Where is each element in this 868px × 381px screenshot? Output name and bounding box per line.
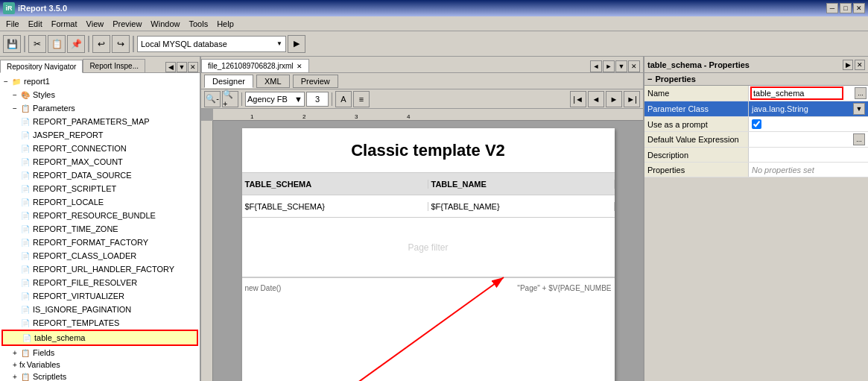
tree-item-report-max-count[interactable]: 📄REPORT_MAX_COUNT — [1, 155, 198, 169]
toolbar-copy-btn[interactable]: 📋 — [48, 35, 66, 53]
tree-item-jasper-report[interactable]: 📄JASPER_REPORT — [1, 128, 198, 142]
tree-item-report-templates[interactable]: 📄REPORT_TEMPLATES — [1, 316, 198, 330]
tree-item-icon: 📄 — [19, 142, 31, 154]
page-nav-last-btn[interactable]: ►| — [624, 91, 640, 107]
menu-format[interactable]: Format — [47, 18, 82, 30]
tab-repository-navigator[interactable]: Repository Navigator — [0, 60, 83, 73]
file-tab-main[interactable]: file_1261089706828.jrxml ✕ — [201, 59, 309, 72]
tree-item-report-format-factory[interactable]: 📄REPORT_FORMAT_FACTORY — [1, 236, 198, 249]
panel-close-btn[interactable]: ✕ — [188, 62, 198, 72]
file-nav-scroll-btn[interactable]: ▼ — [615, 60, 627, 72]
editor-tab-preview[interactable]: Preview — [293, 75, 338, 88]
toolbar-undo-btn[interactable]: ↩ — [92, 35, 110, 53]
tree-item-report-file-resolver[interactable]: 📄REPORT_FILE_RESOLVER — [1, 276, 198, 289]
tree-parameters[interactable]: − 📋 Parameters — [1, 101, 198, 115]
tree-item-is-ignore-pagination[interactable]: 📄IS_IGNORE_PAGINATION — [1, 303, 198, 316]
editor-tab-xml[interactable]: XML — [256, 75, 290, 88]
tree-scriptlets-toggle[interactable]: + — [10, 372, 19, 381]
zoom-out-btn[interactable]: 🔍- — [204, 91, 221, 107]
panel-collapse-btn[interactable]: ◀ — [165, 62, 176, 72]
canvas-content[interactable]: Classic template V2 TABLE_SCHEMA TABLE_N… — [213, 121, 643, 381]
toolbar-paste-btn[interactable]: 📌 — [67, 35, 85, 53]
toolbar-cut-btn[interactable]: ✂ — [28, 35, 46, 53]
props-section-header: − Properties — [644, 73, 868, 86]
props-row-param-class: Parameter Class java.lang.String ▼ — [644, 101, 868, 117]
props-value-name[interactable]: ... — [749, 86, 868, 101]
toolbar-go-btn[interactable]: ▶ — [288, 35, 305, 53]
minimize-button[interactable]: ─ — [826, 3, 838, 13]
editor-tab-designer[interactable]: Designer — [204, 75, 253, 88]
props-value-prompt[interactable] — [749, 117, 868, 131]
report-detail-table-name: $F{TABLE_NAME} — [428, 202, 615, 211]
menu-window[interactable]: Window — [146, 18, 184, 30]
file-nav-close-btn[interactable]: ✕ — [628, 60, 640, 72]
database-combo[interactable]: Local MYSQL database ▼ — [137, 36, 286, 52]
tree-variables-toggle[interactable]: + — [10, 360, 19, 369]
tree-item-report-url-handler[interactable]: 📄REPORT_URL_HANDLER_FACTORY — [1, 262, 198, 276]
tree-item-report-time-zone[interactable]: 📄REPORT_TIME_ZONE — [1, 222, 198, 236]
file-tab-nav: ◄ ► ▼ ✕ — [590, 60, 643, 72]
file-tab-close[interactable]: ✕ — [297, 63, 302, 70]
props-name-input[interactable] — [750, 86, 843, 100]
tree-item-report-connection[interactable]: 📄REPORT_CONNECTION — [1, 142, 198, 155]
props-prompt-checkbox[interactable] — [752, 119, 761, 129]
tree-item-icon: 📄 — [19, 129, 31, 141]
props-value-description[interactable] — [749, 148, 868, 162]
props-default-value-btn[interactable]: ... — [853, 133, 865, 145]
title-bar-buttons[interactable]: ─ □ ✕ — [826, 3, 865, 13]
tree-item-report-params-map[interactable]: 📄REPORT_PARAMETERS_MAP — [1, 115, 198, 128]
close-button[interactable]: ✕ — [853, 3, 865, 13]
report-canvas: Classic template V2 TABLE_SCHEMA TABLE_N… — [242, 128, 615, 381]
menu-tools[interactable]: Tools — [184, 18, 212, 30]
tree-item-icon: 📄 — [19, 250, 31, 262]
tree-fields[interactable]: + 📋 Fields — [1, 346, 198, 359]
right-panel-close-btn[interactable]: ✕ — [855, 60, 865, 70]
tree-root[interactable]: − 📁 report1 — [1, 75, 198, 88]
file-nav-next-btn[interactable]: ► — [603, 60, 615, 72]
panel-menu-btn[interactable]: ▼ — [177, 62, 187, 72]
tree-item-table-schema-label: table_schema — [34, 333, 86, 342]
tree-item-report-scriptlet[interactable]: 📄REPORT_SCRIPTLET — [1, 182, 198, 195]
menu-file[interactable]: File — [1, 18, 24, 30]
align-left-btn[interactable]: A — [335, 91, 352, 107]
size-combo[interactable]: 3 — [306, 92, 329, 107]
menu-edit[interactable]: Edit — [24, 18, 47, 30]
tree-params-toggle[interactable]: − — [10, 104, 19, 113]
align-center-btn[interactable]: ≡ — [353, 91, 370, 107]
props-section-expand[interactable]: − — [647, 75, 652, 84]
tree-root-toggle[interactable]: − — [1, 77, 10, 86]
tree-styles-toggle[interactable]: − — [10, 90, 19, 99]
menu-preview[interactable]: Preview — [108, 18, 146, 30]
page-nav-next-btn[interactable]: ► — [606, 91, 622, 107]
menu-view[interactable]: View — [82, 18, 109, 30]
props-value-default-value[interactable]: ... — [749, 132, 868, 147]
font-combo[interactable]: Agency FB ▼ — [245, 92, 305, 107]
maximize-button[interactable]: □ — [840, 3, 852, 13]
tab-report-inspector[interactable]: Report Inspe... — [83, 59, 145, 72]
props-name-btn[interactable]: ... — [855, 87, 867, 99]
tree-item-table-schema[interactable]: 📄 table_schema — [1, 330, 198, 346]
tree-item-report-resource-bundle[interactable]: 📄REPORT_RESOURCE_BUNDLE — [1, 209, 198, 222]
file-nav-prev-btn[interactable]: ◄ — [590, 60, 602, 72]
page-nav-prev-btn[interactable]: ◄ — [588, 91, 604, 107]
tree-styles[interactable]: − 🎨 Styles — [1, 88, 198, 101]
tree-scriptlets[interactable]: + 📋 Scriptlets — [1, 370, 198, 381]
tree-fields-toggle[interactable]: + — [10, 348, 19, 357]
toolbar-redo-btn[interactable]: ↪ — [112, 35, 130, 53]
zoom-in-btn[interactable]: 🔍+ — [222, 91, 238, 107]
menu-help[interactable]: Help — [212, 18, 238, 30]
tree-item-report-locale[interactable]: 📄REPORT_LOCALE — [1, 195, 198, 209]
props-value-param-class[interactable]: java.lang.String ▼ — [749, 101, 868, 116]
page-nav-first-btn[interactable]: |◄ — [570, 91, 586, 107]
tree-item-report-virtualizer[interactable]: 📄REPORT_VIRTUALIZER — [1, 289, 198, 303]
toolbar-save-btn[interactable]: 💾 — [3, 35, 21, 53]
props-row-properties: Properties No properties set — [644, 163, 868, 177]
props-param-class-btn[interactable]: ▼ — [853, 103, 865, 115]
canvas-area[interactable]: 1 2 3 4 ··· Classic template V2 — [201, 109, 643, 381]
toolbar-sep-2 — [88, 36, 89, 52]
tree-item-report-class-loader[interactable]: 📄REPORT_CLASS_LOADER — [1, 249, 198, 262]
file-tab-label: file_1261089706828.jrxml — [208, 62, 294, 70]
right-panel-collapse-btn[interactable]: ▶ — [843, 60, 853, 70]
tree-variables[interactable]: + fx Variables — [1, 359, 198, 370]
tree-item-report-data-source[interactable]: 📄REPORT_DATA_SOURCE — [1, 169, 198, 182]
